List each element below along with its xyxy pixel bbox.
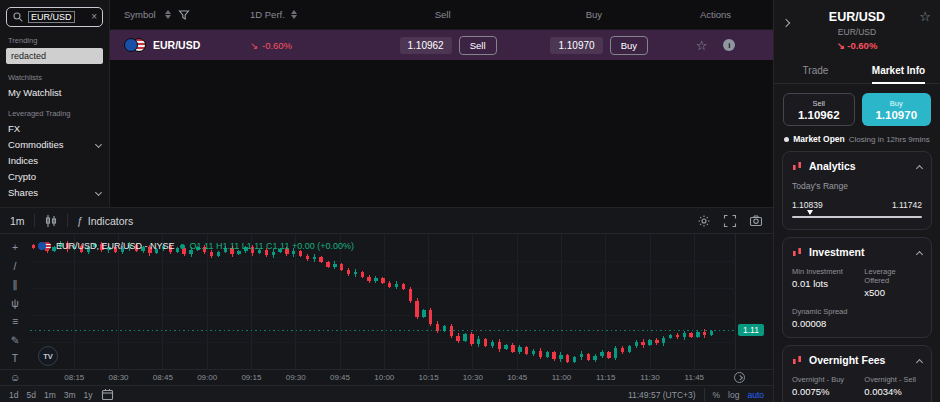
chevron-up-icon[interactable]: [916, 164, 923, 171]
trending-item[interactable]: redacted: [6, 48, 103, 64]
clock[interactable]: 11:49:57 (UTC+3): [628, 390, 696, 400]
eur-flag-icon: [38, 242, 46, 250]
time-axis-label: 11:00: [552, 373, 571, 382]
time-axis-label: 09:00: [197, 373, 217, 382]
brush-icon[interactable]: ✎: [11, 335, 20, 347]
sidebar-item-fx[interactable]: FX: [6, 121, 103, 136]
column-header-perf[interactable]: 1D Perf.: [250, 9, 355, 20]
tab-trade[interactable]: Trade: [774, 58, 857, 83]
chevron-up-icon[interactable]: [916, 250, 923, 257]
column-label: Sell: [435, 9, 451, 20]
fullscreen-icon[interactable]: [723, 214, 737, 228]
column-label: 1D Perf.: [250, 9, 285, 20]
overnight-fees-card-header[interactable]: Overnight Fees: [792, 354, 922, 366]
time-axis-label: 11:30: [640, 373, 659, 382]
buy-price: 1.10970: [550, 37, 602, 54]
favorite-star-icon[interactable]: ☆: [696, 39, 708, 52]
price-axis[interactable]: 1.11: [736, 234, 773, 369]
overnight-fees-icon: [792, 355, 803, 366]
pitchfork-icon[interactable]: ψ: [11, 298, 19, 310]
tab-market-info[interactable]: Market Info: [857, 58, 940, 83]
sidebar-item-label: Shares: [8, 187, 38, 198]
trendline-icon[interactable]: /: [14, 261, 17, 273]
panel-buy-button[interactable]: Buy 1.10970: [862, 93, 932, 126]
buy-price: 1.10970: [875, 109, 917, 121]
sort-icon[interactable]: [165, 10, 171, 19]
sidebar-item-my-watchlist[interactable]: My Watchlist: [6, 85, 103, 100]
chevron-down-icon: [95, 189, 102, 196]
change-value: -0.60%: [847, 40, 877, 51]
fib-retracement-icon[interactable]: ≡: [12, 316, 18, 328]
field-overnight-sell: Overnight - Sell 0.0034%: [864, 375, 922, 397]
panel-change: ↘ -0.60%: [774, 40, 940, 51]
indicators-button[interactable]: ƒ Indicators: [77, 215, 134, 227]
sidebar-item-crypto[interactable]: Crypto: [6, 169, 103, 184]
collapse-panel-icon[interactable]: [783, 12, 789, 30]
range-3m-button[interactable]: 3m: [64, 390, 76, 400]
time-axis-label: 11:45: [685, 373, 704, 382]
left-sidebar: EUR/USD × Trending redacted Watchlists M…: [0, 0, 110, 207]
range-5d-button[interactable]: 5d: [26, 390, 35, 400]
range-1d-button[interactable]: 1d: [9, 390, 18, 400]
sidebar-item-commodities[interactable]: Commodities: [6, 137, 103, 152]
parallel-channel-icon[interactable]: ∥: [12, 279, 17, 291]
sort-icon[interactable]: [291, 10, 297, 19]
sell-price: 1.10962: [798, 109, 840, 121]
investment-card-header[interactable]: Investment: [792, 246, 922, 258]
market-status-label: Market Open: [793, 134, 845, 144]
interval-button[interactable]: 1m: [10, 215, 25, 227]
time-axis-label: 08:45: [153, 373, 173, 382]
range-1m-button[interactable]: 1m: [44, 390, 56, 400]
auto-scale-button[interactable]: auto: [747, 390, 764, 400]
column-header-symbol[interactable]: Symbol: [110, 9, 250, 21]
buy-label: Buy: [890, 99, 903, 108]
sidebar-item-shares[interactable]: Shares: [6, 185, 103, 200]
column-header-buy: Buy: [507, 9, 659, 20]
field-value: 0.0075%: [792, 386, 858, 397]
buy-button[interactable]: Buy: [610, 36, 648, 55]
instrument-search-input[interactable]: EUR/USD ×: [6, 7, 103, 27]
crosshair-icon[interactable]: +: [12, 242, 18, 254]
chart-type-candles-icon[interactable]: [44, 214, 58, 228]
trending-section-label: Trending: [8, 36, 101, 45]
time-axis[interactable]: 08:1508:3008:4509:0009:1509:3009:4510:00…: [0, 369, 773, 385]
field-leverage-offered: Leverage Offered x500: [864, 267, 922, 298]
percent-scale-button[interactable]: %: [713, 390, 721, 400]
candlestick-chart[interactable]: [30, 234, 736, 369]
analytics-card-header[interactable]: Analytics: [792, 160, 922, 172]
filter-icon[interactable]: [178, 9, 190, 21]
chevron-up-icon[interactable]: [916, 358, 923, 365]
log-scale-button[interactable]: log: [728, 390, 739, 400]
field-value: 0.01 lots: [792, 278, 858, 289]
instrument-row-eurusd[interactable]: EUR/USD ↘ -0.60% 1.10962 Sell 1.10970 Bu…: [110, 30, 773, 60]
panel-sell-button[interactable]: Sell 1.10962: [783, 93, 855, 126]
currency-pair-flag-icon: [124, 38, 146, 52]
clear-search-icon[interactable]: ×: [91, 12, 97, 22]
panel-title: EUR/USD: [774, 10, 940, 24]
info-icon[interactable]: i: [723, 39, 735, 51]
sidebar-item-indices[interactable]: Indices: [6, 153, 103, 168]
column-label: Symbol: [124, 9, 156, 20]
chevron-down-icon: [95, 141, 102, 148]
market-open-dot-icon: [180, 244, 185, 249]
range-buttons: 1d5d1m3m1y: [9, 390, 93, 400]
legend-symbol[interactable]: EUR/USD, EUR/USD - NYSE: [56, 241, 175, 251]
text-tool-icon[interactable]: T: [12, 353, 18, 365]
camera-icon[interactable]: [749, 214, 763, 228]
panel-header: EUR/USD ☆ EUR/USD ↘ -0.60%: [774, 0, 940, 53]
sell-button[interactable]: Sell: [459, 36, 497, 55]
card-title: Overnight Fees: [809, 354, 885, 366]
search-icon: [12, 11, 24, 23]
favorite-star-icon[interactable]: ☆: [919, 9, 931, 24]
tradingview-logo[interactable]: TV: [38, 346, 58, 366]
chart-legend: EUR/USD, EUR/USD - NYSE O1.11 H1.11 L1.1…: [38, 241, 354, 251]
calendar-icon[interactable]: [101, 388, 114, 401]
settings-gear-icon[interactable]: [697, 214, 711, 228]
instrument-panel: EUR/USD ☆ EUR/USD ↘ -0.60% Trade Market …: [773, 0, 940, 402]
legend-ohlc-values: O1.11 H1.11 L1.11 C1.11 +0.00 (+0.00%): [190, 241, 354, 251]
market-status: Market Open Closing in 12hrs 9mins: [774, 132, 940, 151]
scroll-to-realtime-icon[interactable]: [734, 372, 745, 383]
range-1y-button[interactable]: 1y: [84, 390, 93, 400]
chart-bottom-bar: 1d5d1m3m1y 11:49:57 (UTC+3) % log auto: [0, 385, 773, 402]
chart-toolbar: 1m ƒ Indicators: [0, 208, 773, 234]
